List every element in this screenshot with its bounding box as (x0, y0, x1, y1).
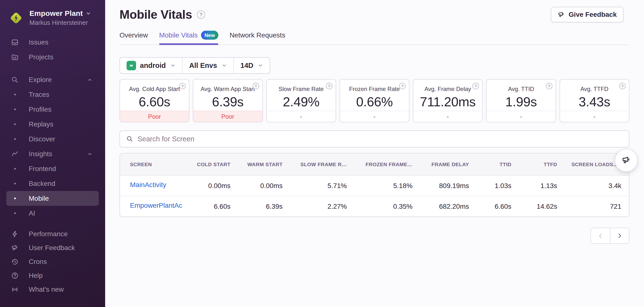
screens-table: SCREEN COLD START WARM START SLOW FRAME … (120, 153, 630, 217)
sidebar-item-help[interactable]: Help (6, 269, 99, 283)
clock-history-icon (11, 258, 19, 266)
org-name: Empower Plant (30, 9, 83, 17)
cell-screen-loads: 3.4k (557, 182, 629, 190)
help-icon[interactable]: ? (253, 83, 259, 89)
tab-mobile-vitals[interactable]: Mobile Vitals New (159, 31, 218, 44)
tab-network-requests[interactable]: Network Requests (230, 31, 285, 44)
status-badge: - (340, 111, 409, 122)
column-header-cold-start[interactable]: COLD START (193, 162, 230, 167)
bullet-icon (11, 183, 19, 184)
cell-warm-start: 6.39s (230, 203, 282, 210)
megaphone-icon (621, 155, 631, 165)
sidebar-item-frontend[interactable]: Frontend (6, 161, 99, 176)
sidebar-item-projects[interactable]: Projects (6, 50, 99, 64)
chevron-right-icon (616, 232, 623, 239)
help-circle-icon (11, 272, 19, 280)
column-header-screen[interactable]: SCREEN (120, 162, 193, 167)
bullet-icon (11, 94, 19, 95)
pagination (590, 228, 630, 244)
vital-card-slow-frame-rate: ? Slow Frame Rate 2.49% - (266, 79, 336, 122)
sidebar-nav: Issues Projects Explore Traces Profiles (0, 35, 105, 296)
column-header-warm-start[interactable]: WARM START (230, 162, 282, 167)
cell-frozen-frame-rate: 0.35% (347, 203, 412, 210)
vital-card-cold-app-start: ? Avg. Cold App Start 6.60s Poor (120, 79, 189, 122)
bullet-icon (11, 108, 19, 110)
sidebar-item-whats-new[interactable]: What's new (6, 283, 99, 296)
bullet-icon (11, 168, 19, 170)
screen-link[interactable]: EmpowerPlantAc (130, 202, 182, 209)
environment-filter-dropdown[interactable]: All Envs (182, 58, 233, 73)
column-header-slow-frame-rate[interactable]: SLOW FRAME R… (282, 162, 347, 167)
sidebar-item-performance[interactable]: Performance (6, 227, 99, 241)
tab-overview[interactable]: Overview (120, 31, 148, 44)
new-badge: New (201, 31, 218, 40)
give-feedback-button[interactable]: Give Feedback (551, 7, 624, 22)
table-header-row: SCREEN COLD START WARM START SLOW FRAME … (120, 153, 629, 175)
sidebar-item-discover[interactable]: Discover (6, 132, 99, 146)
chevron-down-icon (258, 63, 263, 68)
help-icon[interactable]: ? (326, 83, 332, 89)
floating-feedback-button[interactable] (615, 149, 638, 172)
sidebar: Empower Plant Markus Hintersteiner Issue… (0, 0, 105, 307)
project-filter-dropdown[interactable]: android (120, 58, 182, 73)
previous-page-button[interactable] (591, 228, 610, 243)
vital-card-frame-delay: ? Avg. Frame Delay 711.20ms - (413, 79, 483, 122)
next-page-button[interactable] (610, 228, 629, 243)
org-switcher[interactable]: Empower Plant Markus Hintersteiner (0, 9, 105, 26)
give-feedback-label: Give Feedback (568, 11, 617, 18)
projects-icon (11, 53, 19, 61)
org-user-name: Markus Hintersteiner (30, 19, 91, 26)
date-range-filter-dropdown[interactable]: 14D (234, 58, 270, 73)
status-badge: - (413, 111, 482, 122)
sidebar-item-crons[interactable]: Crons (6, 255, 99, 269)
help-icon[interactable]: ? (619, 83, 626, 89)
cell-slow-frame-rate: 5.71% (282, 182, 347, 190)
column-header-ttfd[interactable]: TTFD (511, 162, 557, 167)
sidebar-item-backend[interactable]: Backend (6, 176, 99, 191)
screen-link[interactable]: MainActivity (130, 181, 166, 189)
column-header-ttid[interactable]: TTID (469, 162, 511, 167)
megaphone-icon (558, 11, 565, 18)
status-badge: Poor (120, 111, 189, 122)
help-icon[interactable]: ? (546, 83, 552, 89)
cell-screen-loads: 721 (557, 203, 629, 210)
sidebar-item-insights[interactable]: Insights (6, 146, 99, 161)
environment-filter-value: All Envs (189, 61, 217, 70)
vitals-cards: ? Avg. Cold App Start 6.60s Poor ? Avg. … (120, 79, 630, 122)
sidebar-item-traces[interactable]: Traces (6, 87, 99, 102)
search-input[interactable] (138, 135, 623, 143)
vital-card-ttid: ? Avg. TTID 1.99s - (486, 79, 556, 122)
status-badge: - (486, 111, 556, 122)
sidebar-item-replays[interactable]: Replays (6, 117, 99, 132)
sidebar-item-profiles[interactable]: Profiles (6, 102, 99, 117)
search-icon (126, 135, 134, 143)
search-icon (11, 76, 19, 84)
main-content: Mobile Vitals ? Give Feedback Overview M… (105, 0, 644, 307)
cell-cold-start: 6.60s (193, 203, 230, 210)
bullet-icon (11, 198, 19, 199)
status-badge: Poor (193, 111, 262, 122)
help-icon[interactable]: ? (197, 10, 205, 19)
chevron-down-icon (222, 63, 227, 68)
date-range-filter-value: 14D (240, 61, 253, 70)
sidebar-item-mobile[interactable]: Mobile (6, 191, 99, 206)
help-icon[interactable]: ? (399, 83, 406, 89)
sidebar-item-user-feedback[interactable]: User Feedback (6, 241, 99, 255)
cell-slow-frame-rate: 2.27% (282, 203, 347, 210)
org-logo-icon (8, 10, 24, 26)
chevron-up-icon (87, 151, 92, 157)
android-icon (126, 61, 136, 70)
column-header-frozen-frame-rate[interactable]: FROZEN FRAME… (347, 162, 412, 167)
issues-icon (11, 38, 19, 46)
bullet-icon (11, 123, 19, 125)
page-title: Mobile Vitals (120, 7, 192, 22)
screen-search (120, 130, 630, 147)
column-header-frame-delay[interactable]: FRAME DELAY (412, 162, 469, 167)
megaphone-icon (11, 244, 19, 252)
sidebar-item-explore[interactable]: Explore (6, 72, 99, 87)
sidebar-item-ai[interactable]: AI (6, 206, 99, 221)
project-filter-value: android (140, 61, 166, 70)
status-badge: - (267, 111, 336, 122)
sidebar-item-issues[interactable]: Issues (6, 35, 99, 50)
chevron-down-icon (86, 11, 91, 16)
